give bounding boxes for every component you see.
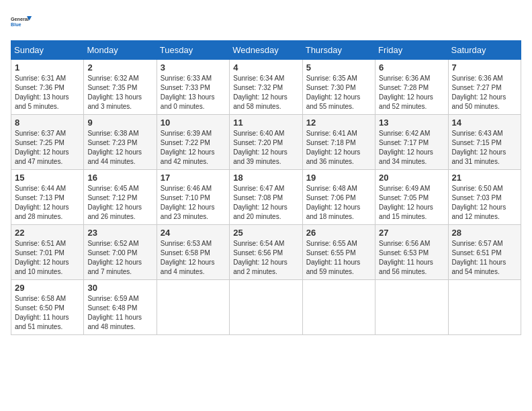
calendar-cell: 25 Sunrise: 6:54 AMSunset: 6:56 PMDaylig… — [230, 225, 302, 280]
day-number: 1 — [15, 62, 80, 73]
day-number: 21 — [452, 173, 517, 183]
calendar-cell: 12 Sunrise: 6:41 AMSunset: 7:18 PMDaylig… — [302, 115, 375, 170]
day-number: 24 — [161, 228, 226, 238]
weekday-header: Sunday — [11, 41, 84, 60]
day-info: Sunrise: 6:53 AMSunset: 6:58 PMDaylight:… — [161, 240, 215, 275]
day-info: Sunrise: 6:44 AMSunset: 7:13 PMDaylight:… — [15, 185, 69, 220]
calendar-cell: 22 Sunrise: 6:51 AMSunset: 7:01 PMDaylig… — [11, 225, 84, 280]
day-info: Sunrise: 6:59 AMSunset: 6:48 PMDaylight:… — [87, 295, 142, 330]
calendar-cell: 27 Sunrise: 6:56 AMSunset: 6:53 PMDaylig… — [375, 225, 448, 280]
day-number: 18 — [233, 173, 298, 183]
day-number: 10 — [161, 118, 226, 128]
calendar-cell: 3 Sunrise: 6:33 AMSunset: 7:33 PMDayligh… — [157, 60, 229, 115]
calendar-cell: 20 Sunrise: 6:49 AMSunset: 7:05 PMDaylig… — [375, 170, 448, 225]
calendar-cell — [157, 280, 229, 335]
day-info: Sunrise: 6:38 AMSunset: 7:23 PMDaylight:… — [87, 130, 142, 165]
logo: GeneralBlue — [11, 11, 32, 32]
weekday-header: Friday — [375, 41, 448, 60]
day-number: 28 — [452, 228, 517, 238]
calendar-cell: 30 Sunrise: 6:59 AMSunset: 6:48 PMDaylig… — [84, 280, 157, 335]
calendar-cell: 4 Sunrise: 6:34 AMSunset: 7:32 PMDayligh… — [230, 60, 302, 115]
calendar-cell — [448, 280, 521, 335]
day-info: Sunrise: 6:43 AMSunset: 7:15 PMDaylight:… — [452, 130, 506, 165]
calendar-cell: 11 Sunrise: 6:40 AMSunset: 7:20 PMDaylig… — [230, 115, 302, 170]
page-header: GeneralBlue — [11, 11, 521, 32]
day-info: Sunrise: 6:47 AMSunset: 7:08 PMDaylight:… — [233, 185, 287, 220]
day-number: 4 — [233, 62, 298, 73]
day-number: 7 — [452, 62, 517, 73]
weekday-header: Tuesday — [157, 41, 229, 60]
day-info: Sunrise: 6:31 AMSunset: 7:36 PMDaylight:… — [15, 75, 69, 110]
logo-icon: GeneralBlue — [11, 11, 32, 32]
day-number: 2 — [87, 62, 152, 73]
day-number: 17 — [161, 173, 226, 183]
day-number: 30 — [87, 283, 152, 293]
calendar-week-row: 29 Sunrise: 6:58 AMSunset: 6:50 PMDaylig… — [11, 280, 521, 335]
calendar-week-row: 15 Sunrise: 6:44 AMSunset: 7:13 PMDaylig… — [11, 170, 521, 225]
day-info: Sunrise: 6:55 AMSunset: 6:55 PMDaylight:… — [306, 240, 361, 275]
day-number: 19 — [306, 173, 371, 183]
day-info: Sunrise: 6:34 AMSunset: 7:32 PMDaylight:… — [233, 75, 287, 110]
day-number: 27 — [379, 228, 444, 238]
day-number: 22 — [15, 228, 80, 238]
calendar-cell: 23 Sunrise: 6:52 AMSunset: 7:00 PMDaylig… — [84, 225, 157, 280]
calendar-week-row: 22 Sunrise: 6:51 AMSunset: 7:01 PMDaylig… — [11, 225, 521, 280]
svg-text:Blue: Blue — [11, 21, 21, 28]
calendar-cell: 13 Sunrise: 6:42 AMSunset: 7:17 PMDaylig… — [375, 115, 448, 170]
calendar-cell: 16 Sunrise: 6:45 AMSunset: 7:12 PMDaylig… — [84, 170, 157, 225]
day-number: 6 — [379, 62, 444, 73]
day-info: Sunrise: 6:48 AMSunset: 7:06 PMDaylight:… — [306, 185, 361, 220]
calendar-cell — [230, 280, 302, 335]
weekday-header: Saturday — [448, 41, 521, 60]
calendar-cell — [302, 280, 375, 335]
calendar-cell: 10 Sunrise: 6:39 AMSunset: 7:22 PMDaylig… — [157, 115, 229, 170]
day-number: 8 — [15, 118, 80, 128]
day-info: Sunrise: 6:36 AMSunset: 7:27 PMDaylight:… — [452, 75, 506, 110]
calendar-cell: 7 Sunrise: 6:36 AMSunset: 7:27 PMDayligh… — [448, 60, 521, 115]
day-number: 16 — [87, 173, 152, 183]
calendar-cell: 26 Sunrise: 6:55 AMSunset: 6:55 PMDaylig… — [302, 225, 375, 280]
day-info: Sunrise: 6:45 AMSunset: 7:12 PMDaylight:… — [87, 185, 142, 220]
day-number: 15 — [15, 173, 80, 183]
day-info: Sunrise: 6:35 AMSunset: 7:30 PMDaylight:… — [306, 75, 361, 110]
calendar-cell: 18 Sunrise: 6:47 AMSunset: 7:08 PMDaylig… — [230, 170, 302, 225]
calendar-cell: 19 Sunrise: 6:48 AMSunset: 7:06 PMDaylig… — [302, 170, 375, 225]
day-number: 14 — [452, 118, 517, 128]
day-info: Sunrise: 6:32 AMSunset: 7:35 PMDaylight:… — [87, 75, 142, 110]
calendar-cell: 6 Sunrise: 6:36 AMSunset: 7:28 PMDayligh… — [375, 60, 448, 115]
calendar-week-row: 8 Sunrise: 6:37 AMSunset: 7:25 PMDayligh… — [11, 115, 521, 170]
day-info: Sunrise: 6:54 AMSunset: 6:56 PMDaylight:… — [233, 240, 287, 275]
day-number: 9 — [87, 118, 152, 128]
day-number: 5 — [306, 62, 371, 73]
day-info: Sunrise: 6:33 AMSunset: 7:33 PMDaylight:… — [161, 75, 215, 110]
day-info: Sunrise: 6:39 AMSunset: 7:22 PMDaylight:… — [161, 130, 215, 165]
day-info: Sunrise: 6:46 AMSunset: 7:10 PMDaylight:… — [161, 185, 215, 220]
day-number: 12 — [306, 118, 371, 128]
day-number: 20 — [379, 173, 444, 183]
day-number: 13 — [379, 118, 444, 128]
calendar-cell: 17 Sunrise: 6:46 AMSunset: 7:10 PMDaylig… — [157, 170, 229, 225]
day-info: Sunrise: 6:51 AMSunset: 7:01 PMDaylight:… — [15, 240, 69, 275]
weekday-header: Thursday — [302, 41, 375, 60]
day-info: Sunrise: 6:37 AMSunset: 7:25 PMDaylight:… — [15, 130, 69, 165]
weekday-header: Wednesday — [230, 41, 302, 60]
calendar-cell: 15 Sunrise: 6:44 AMSunset: 7:13 PMDaylig… — [11, 170, 84, 225]
calendar-cell: 5 Sunrise: 6:35 AMSunset: 7:30 PMDayligh… — [302, 60, 375, 115]
calendar-cell: 29 Sunrise: 6:58 AMSunset: 6:50 PMDaylig… — [11, 280, 84, 335]
calendar-cell: 9 Sunrise: 6:38 AMSunset: 7:23 PMDayligh… — [84, 115, 157, 170]
calendar-cell: 14 Sunrise: 6:43 AMSunset: 7:15 PMDaylig… — [448, 115, 521, 170]
calendar-cell: 28 Sunrise: 6:57 AMSunset: 6:51 PMDaylig… — [448, 225, 521, 280]
day-number: 29 — [15, 283, 80, 293]
day-info: Sunrise: 6:52 AMSunset: 7:00 PMDaylight:… — [87, 240, 142, 275]
day-info: Sunrise: 6:56 AMSunset: 6:53 PMDaylight:… — [379, 240, 433, 275]
day-info: Sunrise: 6:50 AMSunset: 7:03 PMDaylight:… — [452, 185, 506, 220]
weekday-header-row: SundayMondayTuesdayWednesdayThursdayFrid… — [11, 41, 521, 60]
calendar-cell — [375, 280, 448, 335]
day-number: 11 — [233, 118, 298, 128]
calendar-cell: 1 Sunrise: 6:31 AMSunset: 7:36 PMDayligh… — [11, 60, 84, 115]
day-info: Sunrise: 6:57 AMSunset: 6:51 PMDaylight:… — [452, 240, 506, 275]
day-number: 23 — [87, 228, 152, 238]
day-number: 3 — [161, 62, 226, 73]
calendar-cell: 21 Sunrise: 6:50 AMSunset: 7:03 PMDaylig… — [448, 170, 521, 225]
day-info: Sunrise: 6:36 AMSunset: 7:28 PMDaylight:… — [379, 75, 433, 110]
